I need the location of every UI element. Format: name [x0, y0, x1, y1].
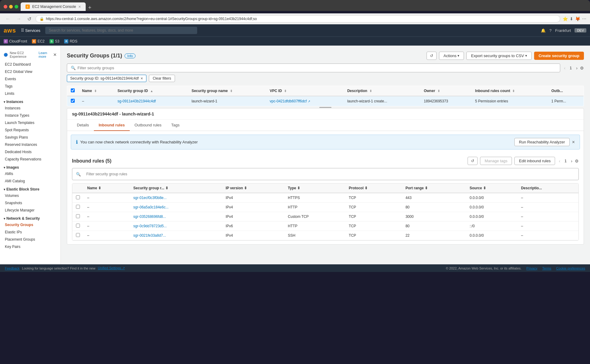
- sidebar-item-security-groups[interactable]: Security Groups: [0, 221, 60, 228]
- global-search[interactable]: [45, 27, 197, 34]
- rule-checkbox[interactable]: [76, 224, 80, 228]
- sidebar-item-dedicated-hosts[interactable]: Dedicated Hosts: [0, 148, 60, 156]
- rule-checkbox[interactable]: [76, 205, 80, 209]
- export-button[interactable]: Export security groups to CSV ▾: [466, 52, 531, 60]
- clear-filters-button[interactable]: Clear filters: [149, 75, 175, 82]
- bookmark-cloudfront[interactable]: C CloudFront: [4, 39, 27, 43]
- sidebar-item-amis[interactable]: AMIs: [0, 170, 60, 177]
- sidebar-item-tags[interactable]: Tags: [0, 83, 60, 90]
- col-description[interactable]: Description ⇕: [344, 86, 420, 96]
- refresh-button[interactable]: ↺: [26, 15, 33, 22]
- create-security-group-button[interactable]: Create security group: [534, 52, 584, 60]
- sidebar-item-elastic-ips[interactable]: Elastic IPs: [0, 228, 60, 236]
- banner-close-icon[interactable]: ×: [572, 139, 575, 145]
- sgr-id-link[interactable]: sgr-0021fe33a8d7...: [133, 233, 166, 238]
- rule-checkbox[interactable]: [76, 195, 80, 199]
- sgr-id-link[interactable]: sgr-01ecf0c3f0b8e...: [133, 196, 166, 200]
- filter-tag-close-icon[interactable]: ×: [141, 76, 143, 81]
- select-all-header[interactable]: [67, 86, 79, 96]
- tab-inbound-rules[interactable]: Inbound rules: [94, 120, 130, 131]
- bookmark-ec2[interactable]: E EC2: [32, 39, 44, 43]
- sidebar-item-events[interactable]: Events: [0, 75, 60, 83]
- new-tab-button[interactable]: +: [86, 5, 94, 11]
- sidebar-item-snapshots[interactable]: Snapshots: [0, 199, 60, 207]
- search-input[interactable]: [45, 27, 197, 34]
- footer-terms[interactable]: Terms: [542, 266, 551, 270]
- footer-feedback[interactable]: Feedback: [5, 266, 19, 270]
- inbound-refresh-button[interactable]: ↺: [468, 157, 478, 165]
- sgr-id-link[interactable]: sgr-06a5a0c184e6c...: [133, 205, 169, 209]
- rules-col-source[interactable]: Source ⇕: [466, 184, 517, 193]
- close-btn[interactable]: [4, 5, 7, 9]
- prev-page-button[interactable]: ‹: [563, 65, 567, 71]
- sidebar-section-ebs[interactable]: ▾ Elastic Block Store: [0, 185, 60, 192]
- footer-privacy[interactable]: Privacy: [527, 266, 537, 270]
- search-filter[interactable]: 🔍: [67, 64, 560, 72]
- select-all-checkbox[interactable]: [71, 88, 75, 92]
- actions-button[interactable]: Actions ▾: [439, 52, 464, 60]
- refresh-button[interactable]: ↺: [427, 52, 437, 60]
- sidebar-item-spot-requests[interactable]: Spot Requests: [0, 126, 60, 134]
- col-name[interactable]: Name ⇕: [78, 86, 114, 96]
- rule-row[interactable]: – sgr-0c9dd78723d5... IPv6 HTTP TCP 80 :…: [72, 221, 578, 231]
- manage-tags-button[interactable]: Manage tags: [480, 157, 512, 165]
- edit-inbound-rules-button[interactable]: Edit inbound rules: [514, 157, 555, 165]
- sidebar-item-instance-types[interactable]: Instance Types: [0, 112, 60, 119]
- sidebar-item-reserved-instances[interactable]: Reserved Instances: [0, 141, 60, 148]
- row-checkbox[interactable]: [71, 99, 75, 103]
- sidebar-item-lifecycle-manager[interactable]: Lifecycle Manager: [0, 207, 60, 214]
- rules-col-protocol[interactable]: Protocol ⇕: [345, 184, 402, 193]
- table-row[interactable]: – sg-0911e43b21944c4df launch-wizard-1 v…: [67, 96, 584, 106]
- inbound-prev-page[interactable]: ‹: [557, 158, 561, 164]
- sgr-id-link[interactable]: sgr-035268696fd8...: [133, 215, 166, 219]
- sidebar-item-savings-plans[interactable]: Savings Plans: [0, 134, 60, 141]
- sidebar-item-key-pairs[interactable]: Key Pairs: [0, 243, 60, 250]
- sidebar-learn-more[interactable]: Learn more: [39, 51, 53, 58]
- region-selector[interactable]: Frankfurt: [555, 28, 571, 33]
- sidebar-item-ami-catalog[interactable]: AMI Catalog: [0, 177, 60, 185]
- rule-row[interactable]: – sgr-01ecf0c3f0b8e... IPv4 HTTPS TCP 44…: [72, 193, 578, 203]
- bookmark-s3[interactable]: S S3: [50, 39, 60, 43]
- minimize-btn[interactable]: [9, 5, 13, 9]
- rules-col-sgr-id[interactable]: Security group r... ⇕: [130, 184, 222, 193]
- col-owner[interactable]: Owner ⇕: [420, 86, 472, 96]
- run-reachability-button[interactable]: Run Reachability Analyzer: [514, 138, 570, 146]
- footer-unified-settings[interactable]: Unified Settings ↗: [98, 266, 125, 270]
- bookmark-rds[interactable]: R RDS: [64, 39, 77, 43]
- sidebar-section-network[interactable]: ▾ Network & Security: [0, 214, 60, 221]
- col-sg-name[interactable]: Security group name ⇕: [188, 86, 266, 96]
- page-settings-icon[interactable]: ⚙: [580, 66, 584, 70]
- inbound-next-page[interactable]: ›: [570, 158, 574, 164]
- rule-row[interactable]: – sgr-06a5a0c184e6c... IPv4 HTTP TCP 80 …: [72, 203, 578, 212]
- rule-checkbox[interactable]: [76, 214, 80, 218]
- rules-col-type[interactable]: Type ⇕: [284, 184, 345, 193]
- col-outbound[interactable]: Outb...: [548, 86, 584, 96]
- rules-col-description[interactable]: Descriptio...: [517, 184, 578, 193]
- services-menu[interactable]: ⠿ Services: [21, 28, 40, 33]
- maximize-btn[interactable]: [15, 5, 18, 9]
- rules-search-input[interactable]: [83, 170, 575, 178]
- sidebar-section-images[interactable]: ▾ Images: [0, 163, 60, 170]
- vpc-id-link[interactable]: vpc-0421dfdb607ff6dcf ↗: [270, 99, 310, 103]
- tab-outbound-rules[interactable]: Outbound rules: [130, 120, 166, 131]
- sg-id-link[interactable]: sg-0911e43b21944c4df: [118, 99, 156, 103]
- footer-cookie[interactable]: Cookie preferences: [556, 266, 585, 270]
- next-page-button[interactable]: ›: [575, 65, 579, 71]
- tab-close-icon[interactable]: ×: [78, 4, 81, 9]
- sidebar-close-icon[interactable]: ✕: [53, 52, 57, 57]
- tab-tags[interactable]: Tags: [166, 120, 184, 131]
- env-badge[interactable]: DEV: [575, 28, 586, 33]
- sidebar-item-ec2-global-view[interactable]: EC2 Global View: [0, 68, 60, 75]
- sidebar-item-capacity-reservations[interactable]: Capacity Reservations: [0, 156, 60, 163]
- sgr-id-link[interactable]: sgr-0c9dd78723d5...: [133, 224, 167, 228]
- sidebar-item-instances[interactable]: Instances: [0, 105, 60, 112]
- col-sg-id[interactable]: Security group ID ▲: [114, 86, 188, 96]
- rule-checkbox[interactable]: [76, 233, 80, 237]
- forward-button[interactable]: →: [15, 15, 23, 22]
- col-inbound-count[interactable]: Inbound rules count ⇕: [472, 86, 548, 96]
- browser-tab[interactable]: E EC2 Management Console ×: [21, 2, 86, 11]
- rule-row[interactable]: – sgr-0021fe33a8d7... IPv4 SSH TCP 22 0.…: [72, 231, 578, 240]
- rules-col-ip-version[interactable]: IP version ⇕: [222, 184, 284, 193]
- sidebar-item-launch-templates[interactable]: Launch Templates: [0, 119, 60, 126]
- rules-col-name[interactable]: Name ⇕: [84, 184, 130, 193]
